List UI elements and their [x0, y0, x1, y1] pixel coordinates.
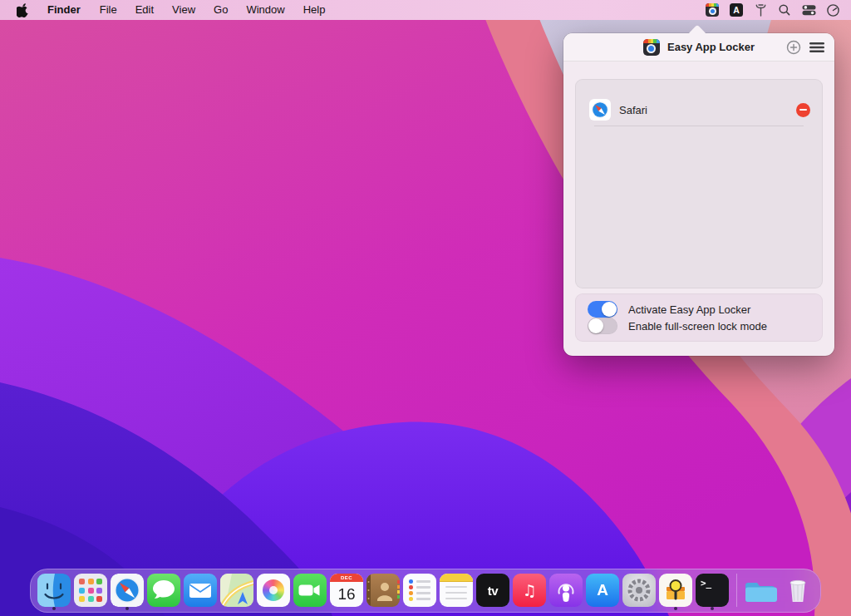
toggle-knob: [602, 302, 617, 317]
contacts-icon: [366, 574, 400, 607]
trash-icon: [781, 574, 814, 607]
desktop: Finder File Edit View Go Window Help A: [0, 0, 851, 616]
apple-menu[interactable]: [8, 3, 37, 17]
dock-item-downloads-folder[interactable]: [745, 569, 778, 612]
dock-item-tv[interactable]: tv: [476, 569, 509, 612]
reminders-icon: [403, 574, 436, 607]
menu-bar-left: Finder File Edit View Go Window Help: [0, 0, 334, 20]
mail-icon: [184, 574, 217, 607]
dock-item-messages[interactable]: [147, 569, 180, 612]
popover-header: Easy App Locker: [563, 33, 834, 62]
dock-item-photos[interactable]: [257, 569, 290, 612]
running-indicator: [711, 607, 714, 610]
terminal-icon: >_: [696, 574, 729, 607]
app-menu-title[interactable]: Finder: [37, 0, 91, 20]
podcasts-icon: [549, 574, 583, 607]
hamburger-icon: [809, 42, 824, 53]
toggle-row-fullscreen: Enable full-screen lock mode: [588, 318, 810, 334]
calendar-icon: DEC 16: [330, 574, 363, 607]
easy-app-locker-app-icon: [643, 39, 660, 56]
safari-dock-icon: [111, 574, 144, 607]
dock-item-music[interactable]: ♫: [513, 569, 546, 612]
settings-panel: Activate Easy App Locker Enable full-scr…: [575, 293, 823, 342]
app-store-icon: A: [586, 574, 619, 607]
menu-window[interactable]: Window: [237, 0, 293, 20]
dock-item-podcasts[interactable]: [549, 569, 583, 612]
menu-go[interactable]: Go: [204, 0, 237, 20]
plus-circle-icon: [786, 40, 801, 55]
gear-icon: [622, 574, 656, 607]
dock: DEC 16: [30, 569, 821, 613]
apple-tv-icon: tv: [476, 574, 509, 607]
calendar-month: DEC: [330, 574, 363, 582]
popover-title: Easy App Locker: [667, 41, 755, 53]
activate-toggle[interactable]: [588, 301, 617, 318]
facetime-icon: [293, 574, 327, 607]
dock-item-terminal[interactable]: >_: [696, 569, 729, 612]
launchpad-icon: [74, 574, 107, 607]
dock-separator: [736, 574, 737, 607]
activate-toggle-label: Activate Easy App Locker: [628, 303, 750, 316]
safari-icon: [589, 99, 611, 121]
fullscreen-toggle-label: Enable full-screen lock mode: [628, 320, 767, 333]
minus-icon: [799, 109, 807, 111]
dock-item-calendar[interactable]: DEC 16: [330, 569, 363, 612]
dock-item-notes[interactable]: [440, 569, 473, 612]
easy-app-locker-status-icon[interactable]: [704, 2, 721, 18]
dock-item-trash[interactable]: [781, 569, 814, 612]
locked-apps-list: Safari: [575, 79, 823, 288]
locked-app-name: Safari: [619, 104, 796, 116]
control-center-icon[interactable]: [800, 2, 817, 18]
toggle-row-activate: Activate Easy App Locker: [588, 301, 810, 318]
fullscreen-lock-toggle[interactable]: [588, 318, 617, 334]
box-magnifier-icon: [659, 574, 692, 607]
maps-icon: [220, 574, 253, 607]
antenna-icon[interactable]: [752, 2, 769, 18]
locked-app-row[interactable]: Safari: [576, 93, 822, 126]
menu-bar: Finder File Edit View Go Window Help A: [0, 0, 851, 20]
popover-title-group: Easy App Locker: [643, 39, 755, 56]
menu-view[interactable]: View: [163, 0, 204, 20]
easy-app-locker-popover: Easy App Locker: [563, 33, 834, 356]
dock-item-box-magnifier-app[interactable]: [659, 569, 692, 612]
clock-icon[interactable]: [824, 2, 841, 18]
menu-file[interactable]: File: [91, 0, 126, 20]
running-indicator: [52, 607, 56, 610]
toggle-knob: [588, 318, 603, 333]
messages-icon: [147, 574, 180, 607]
dock-item-mail[interactable]: [184, 569, 217, 612]
dock-item-facetime[interactable]: [293, 569, 327, 612]
menu-edit[interactable]: Edit: [126, 0, 163, 20]
easy-app-locker-mini-icon: [706, 3, 719, 17]
dock-item-system-preferences[interactable]: [622, 569, 656, 612]
add-app-button[interactable]: [786, 40, 801, 55]
apple-icon: [17, 3, 29, 17]
popover-header-actions: [786, 33, 824, 62]
running-indicator: [674, 607, 677, 610]
dock-item-launchpad[interactable]: [74, 569, 107, 612]
dock-item-contacts[interactable]: [366, 569, 400, 612]
calendar-day: 16: [337, 582, 355, 607]
dock-item-finder[interactable]: [37, 569, 71, 612]
remove-app-button[interactable]: [796, 103, 810, 117]
folder-icon: [745, 574, 778, 607]
input-source-menu[interactable]: A: [728, 2, 745, 18]
dock-item-maps[interactable]: [220, 569, 253, 612]
dock-item-safari[interactable]: [111, 569, 144, 612]
menu-help[interactable]: Help: [294, 0, 335, 20]
photos-icon: [257, 574, 290, 607]
running-indicator: [125, 607, 129, 610]
input-source-a-icon: A: [730, 3, 743, 17]
menu-button[interactable]: [809, 42, 824, 53]
finder-icon: [37, 574, 71, 607]
popover-body: Safari Activate Easy App Locker Enable f…: [563, 62, 834, 342]
menu-bar-status-area: A: [704, 0, 851, 20]
dock-item-app-store[interactable]: A: [586, 569, 619, 612]
spotlight-search-icon[interactable]: [776, 2, 793, 18]
notes-icon: [440, 574, 473, 607]
dock-item-reminders[interactable]: [403, 569, 436, 612]
music-icon: ♫: [513, 574, 546, 607]
